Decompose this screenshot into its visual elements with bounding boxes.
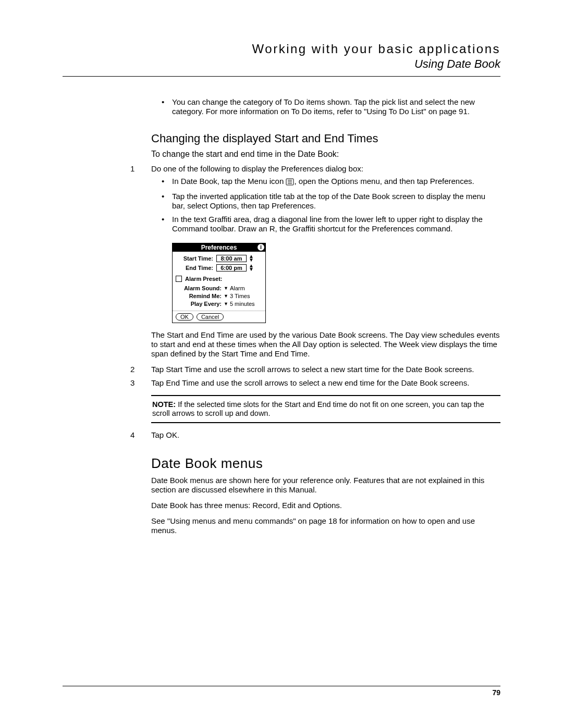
alarm-sound-label: Alarm Sound: xyxy=(176,285,224,291)
start-time-value[interactable]: 8:00 am xyxy=(216,255,247,262)
running-header: Working with your basic applications Usi… xyxy=(63,42,500,71)
note-box: NOTE: If the selected time slots for the… xyxy=(151,395,500,423)
bullet-text: In Date Book, tap the Menu icon , open t… xyxy=(172,177,500,188)
alarm-sound-row: Alarm Sound: ▼ Alarm xyxy=(176,285,262,291)
step-number: 3 xyxy=(130,378,151,388)
step1-lead: Do one of the following to display the P… xyxy=(151,164,363,173)
play-every-label: Play Every: xyxy=(176,301,224,307)
intro-text: To change the start and end time in the … xyxy=(151,150,500,159)
ok-button[interactable]: OK xyxy=(176,313,193,320)
end-time-value[interactable]: 6:00 pm xyxy=(216,264,247,272)
palm-dialog-title: Preferences xyxy=(201,244,237,251)
start-time-label: Start Time: xyxy=(176,255,216,262)
cancel-button[interactable]: Cancel xyxy=(197,313,224,320)
step-text: Tap Start Time and use the scroll arrows… xyxy=(151,365,500,374)
bullet-text-before: In Date Book, tap the Menu icon xyxy=(172,177,286,186)
bullet-text: Tap the inverted application title tab a… xyxy=(172,192,500,211)
palm-dialog-titlebar: Preferences i xyxy=(173,243,265,252)
palm-dialog-body: Start Time: 8:00 am ▲ ▼ End Time: 6:00 p… xyxy=(173,252,265,311)
after-image-paragraph: The Start and End Time are used by the v… xyxy=(151,330,500,359)
bullet-item: • You can change the category of To Do i… xyxy=(151,97,500,116)
heading-date-book-menus: Date Book menus xyxy=(151,455,500,472)
step-3: 3 Tap End Time and use the scroll arrows… xyxy=(130,378,500,388)
end-time-row: End Time: 6:00 pm ▲ ▼ xyxy=(176,264,262,272)
step-text: Tap End Time and use the scroll arrows t… xyxy=(151,378,500,388)
bullet-dot-icon: • xyxy=(162,97,172,116)
heading-changing-times: Changing the displayed Start and End Tim… xyxy=(151,132,500,145)
bullet-text: You can change the category of To Do ite… xyxy=(172,97,500,116)
page-content: • You can change the category of To Do i… xyxy=(151,97,500,535)
bullet-text: In the text Graffiti area, drag a diagon… xyxy=(172,215,500,233)
play-every-row: Play Every: ▼ 5 minutes xyxy=(176,301,262,307)
palm-button-row: OK Cancel xyxy=(173,311,265,323)
bullet-dot-icon: • xyxy=(162,177,172,188)
bullet-item: • Tap the inverted application title tab… xyxy=(151,192,500,211)
chapter-title: Working with your basic applications xyxy=(63,42,500,56)
alarm-preset-label: Alarm Preset: xyxy=(185,276,223,282)
step-number: 2 xyxy=(130,365,151,374)
menus-paragraph-3: See "Using menus and menu commands" on p… xyxy=(151,516,500,535)
step-text: Do one of the following to display the P… xyxy=(151,164,500,238)
step-number: 4 xyxy=(130,430,151,440)
bullet-text-after: , open the Options menu, and then tap Pr… xyxy=(294,177,474,186)
start-time-spinner[interactable]: ▲ ▼ xyxy=(249,255,256,262)
preferences-screenshot: Preferences i Start Time: 8:00 am ▲ ▼ En… xyxy=(172,243,500,323)
start-time-row: Start Time: 8:00 am ▲ ▼ xyxy=(176,255,262,262)
end-time-label: End Time: xyxy=(176,265,216,271)
chevron-down-icon[interactable]: ▼ xyxy=(249,258,256,262)
bullet-dot-icon: • xyxy=(162,192,172,211)
bullet-item: • In Date Book, tap the Menu icon xyxy=(151,177,500,188)
chevron-down-icon[interactable]: ▼ xyxy=(249,268,256,272)
dropdown-arrow-icon[interactable]: ▼ xyxy=(224,286,228,291)
alarm-preset-checkbox[interactable] xyxy=(176,276,182,282)
dropdown-arrow-icon[interactable]: ▼ xyxy=(224,293,228,299)
header-rule xyxy=(63,76,500,77)
menus-paragraph-1: Date Book menus are shown here for your … xyxy=(151,476,500,495)
remind-me-value[interactable]: 3 Times xyxy=(230,293,250,299)
manual-page: Working with your basic applications Usi… xyxy=(0,0,563,728)
page-number: 79 xyxy=(492,688,500,697)
page-footer: 79 xyxy=(63,686,500,697)
step-2: 2 Tap Start Time and use the scroll arro… xyxy=(130,365,500,374)
step-4: 4 Tap OK. xyxy=(130,430,500,440)
play-every-value[interactable]: 5 minutes xyxy=(230,301,255,307)
step-number: 1 xyxy=(130,164,151,238)
bullet-dot-icon: • xyxy=(162,215,172,233)
step-text: Tap OK. xyxy=(151,430,500,440)
remind-me-label: Remind Me: xyxy=(176,293,224,299)
end-time-spinner[interactable]: ▲ ▼ xyxy=(249,264,256,272)
step-1: 1 Do one of the following to display the… xyxy=(130,164,500,238)
dropdown-arrow-icon[interactable]: ▼ xyxy=(224,301,228,306)
menus-paragraph-2: Date Book has three menus: Record, Edit … xyxy=(151,501,500,510)
note-label: NOTE: xyxy=(152,400,176,409)
palm-preferences-dialog: Preferences i Start Time: 8:00 am ▲ ▼ En… xyxy=(172,243,266,323)
alarm-sound-value[interactable]: Alarm xyxy=(230,285,245,291)
remind-me-row: Remind Me: ▼ 3 Times xyxy=(176,293,262,299)
note-text: If the selected time slots for the Start… xyxy=(152,400,484,417)
bullet-item: • In the text Graffiti area, drag a diag… xyxy=(151,215,500,233)
alarm-preset-row: Alarm Preset: xyxy=(176,276,262,282)
section-title: Using Date Book xyxy=(63,57,500,71)
menu-icon xyxy=(286,178,294,188)
info-icon[interactable]: i xyxy=(258,244,264,251)
